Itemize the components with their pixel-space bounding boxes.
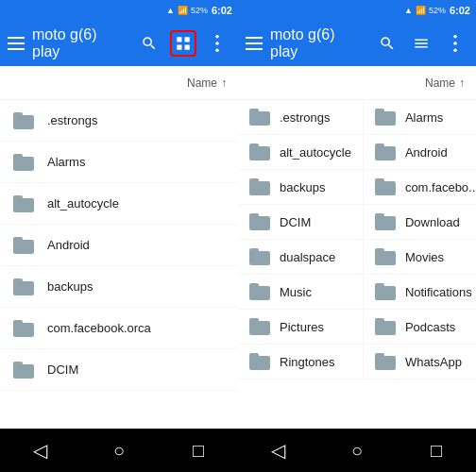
file-name: Pictures [280,320,324,334]
grid-item[interactable]: com.facebo... [364,170,476,205]
grid-item[interactable]: Music [238,275,364,310]
folder-icon [13,320,34,337]
file-name: Android [47,238,90,252]
list-item[interactable]: com.facebook.orca [0,308,238,349]
grid-item[interactable]: Alarms [364,100,476,135]
grid-item[interactable]: Android [364,135,476,170]
file-name: Android [405,145,448,160]
search-button-left[interactable] [136,30,162,57]
file-name: Ringtones [280,355,335,369]
grid-item[interactable]: .estrongs [238,100,364,135]
file-name: Music [280,285,312,299]
folder-icon [249,248,270,265]
svg-point-1 [215,42,219,45]
folder-icon [249,318,270,335]
file-name: DCIM [47,362,78,377]
folder-icon [375,318,396,335]
file-name: .estrongs [47,113,97,127]
file-name: Movies [405,250,444,264]
time-left: 6:02 [212,5,232,16]
signal-icon-right: ▲ [404,6,413,15]
sort-header-left: Name ↑ [0,66,238,100]
more-button-right[interactable] [442,30,468,57]
list-item[interactable]: Alarms [0,142,238,183]
list-view-button-right[interactable] [408,30,434,57]
folder-icon [13,237,34,254]
status-bar-right: ▲ 📶 52% 6:02 [238,0,476,21]
file-name: Notifications [405,285,472,299]
recent-button-left[interactable]: □ [179,431,217,469]
file-name: .estrongs [280,110,330,125]
folder-icon [375,213,396,230]
app-title-right: moto g(6) play [270,26,366,60]
battery-icon-right: 52% [429,6,446,15]
back-button-right[interactable]: ◁ [259,431,297,469]
file-name: Alarms [405,110,443,125]
svg-point-5 [453,48,457,52]
list-item[interactable]: .estrongs [0,100,238,142]
grid-view-button-left[interactable] [170,30,196,57]
status-bar-left: ▲ 📶 52% 6:02 [0,0,238,21]
wifi-icon-right: 📶 [416,6,426,15]
recent-button-right[interactable]: □ [417,431,455,469]
grid-item[interactable]: backups [238,170,364,205]
folder-icon [375,109,396,126]
folder-icon [249,283,270,300]
sort-header-right: Name ↑ [238,66,476,100]
grid-item[interactable]: Pictures [238,310,364,345]
list-item[interactable]: DCIM [0,349,238,391]
grid-item[interactable]: DCIM [238,205,364,240]
file-name: WhatsApp [405,355,462,369]
file-name: DCIM [280,215,311,229]
more-button-left[interactable] [204,30,230,57]
grid-item[interactable]: Notifications [364,275,476,310]
home-button-right[interactable]: ○ [338,431,376,469]
sort-arrow-right: ↑ [459,76,465,90]
home-button-left[interactable]: ○ [100,431,138,469]
bottom-nav-left: ◁ ○ □ [0,429,238,472]
folder-icon [249,353,270,370]
folder-icon [249,213,270,230]
sort-label-right: Name [425,76,455,90]
folder-icon [375,283,396,300]
toolbar-right: moto g(6) play [238,21,476,66]
file-name: alt_autocycle [280,145,351,160]
file-grid-right: .estrongs Alarms alt_autocycle Android b… [238,100,476,429]
file-name: alt_autocycle [47,196,119,211]
app-title-left: moto g(6) play [32,26,128,60]
file-name: Podcasts [405,320,455,334]
list-item[interactable]: Android [0,225,238,266]
grid-item[interactable]: dualspace [238,240,364,275]
folder-icon [249,178,270,195]
search-button-right[interactable] [374,30,400,57]
menu-button-right[interactable] [246,37,263,50]
grid-item[interactable]: Movies [364,240,476,275]
file-name: backups [280,180,325,194]
sort-arrow-left: ↑ [221,76,227,90]
folder-icon [13,278,34,295]
status-icons-left: ▲ 📶 52% [166,6,208,15]
folder-icon [249,143,270,160]
folder-icon [13,154,34,171]
grid-item[interactable]: WhatsApp [364,345,476,379]
status-icons-right: ▲ 📶 52% [404,6,446,15]
grid-item[interactable]: Ringtones [238,345,364,379]
back-button-left[interactable]: ◁ [21,431,59,469]
battery-icon-left: 52% [191,6,208,15]
left-panel: ▲ 📶 52% 6:02 moto g(6) play Name ↑ .estr… [0,0,238,472]
folder-icon [13,362,34,379]
file-name: backups [47,279,93,294]
file-name: Alarms [47,155,85,169]
grid-item[interactable]: Download [364,205,476,240]
list-item[interactable]: backups [0,266,238,308]
list-item[interactable]: alt_autocycle [0,183,238,225]
svg-point-0 [215,35,219,39]
folder-icon [375,178,396,195]
grid-item[interactable]: Podcasts [364,310,476,345]
menu-button-left[interactable] [8,37,25,50]
folder-icon [375,353,396,370]
grid-item[interactable]: alt_autocycle [238,135,364,170]
sort-label-left: Name [187,76,217,90]
folder-icon [375,248,396,265]
svg-point-4 [453,42,457,45]
